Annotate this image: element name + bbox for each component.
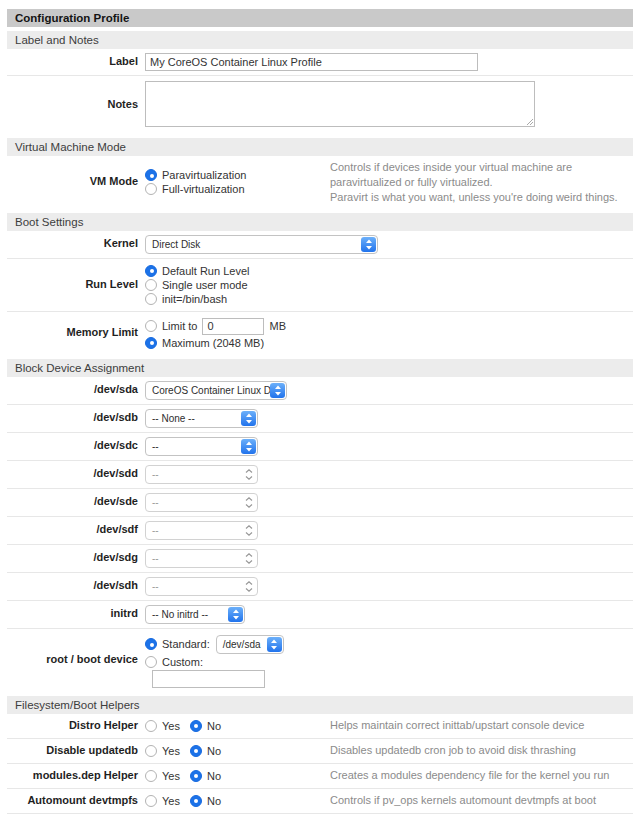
select-stepper-icon	[241, 411, 256, 426]
select-stepper-icon	[241, 579, 256, 594]
vm-mode-row: VM Mode Paravirtualization Full-virtuali…	[7, 156, 633, 209]
label-row: Label	[7, 49, 633, 75]
device-row-sdf: /dev/sdf --	[7, 516, 633, 544]
section-label-and-notes: Label and Notes	[7, 31, 633, 49]
root-boot-device-label: root / boot device	[7, 653, 145, 667]
memory-limit-label: Memory Limit	[7, 326, 145, 340]
run-level-default-radio[interactable]	[145, 265, 157, 277]
device-sde-select[interactable]: --	[145, 493, 258, 512]
modules-dep-helper-label: modules.dep Helper	[7, 769, 145, 783]
automount-devtmpfs-yes-radio[interactable]	[145, 795, 157, 807]
modules-dep-no-radio[interactable]	[190, 770, 202, 782]
vm-mode-paravirtualization-radio[interactable]	[145, 169, 157, 181]
automount-devtmpfs-yes-label[interactable]: Yes	[162, 795, 180, 807]
kernel-label: Kernel	[7, 237, 145, 251]
vm-mode-full-virtualization-radio[interactable]	[145, 183, 157, 195]
run-level-single-user-option-label[interactable]: Single user mode	[162, 279, 248, 291]
automount-devtmpfs-no-label[interactable]: No	[207, 795, 221, 807]
automount-devtmpfs-no-radio[interactable]	[190, 795, 202, 807]
distro-helper-yes-radio[interactable]	[145, 720, 157, 732]
device-row-sdg: /dev/sdg --	[7, 544, 633, 572]
select-stepper-icon	[361, 237, 376, 252]
memory-limit-to-option-label[interactable]: Limit to	[162, 320, 197, 332]
device-sdg-select[interactable]: --	[145, 549, 258, 568]
memory-maximum-radio[interactable]	[145, 337, 157, 349]
memory-limit-input[interactable]	[202, 318, 264, 335]
kernel-row: Kernel Direct Disk	[7, 231, 633, 258]
device-sdh-label: /dev/sdh	[7, 579, 145, 593]
select-stepper-icon	[241, 467, 256, 482]
device-sda-label: /dev/sda	[7, 383, 145, 397]
select-stepper-icon	[241, 551, 256, 566]
disable-updatedb-row: Disable updatedb Yes No Disables updated…	[7, 738, 633, 763]
distro-helper-label: Distro Helper	[7, 719, 145, 733]
device-sdf-select[interactable]: --	[145, 521, 258, 540]
device-row-sdc: /dev/sdc --	[7, 432, 633, 460]
device-sdd-label: /dev/sdd	[7, 467, 145, 481]
select-stepper-icon	[267, 637, 282, 652]
memory-limit-row: Memory Limit Limit to MB Maximum (2048 M…	[7, 311, 633, 355]
initrd-row: initrd -- No initrd --	[7, 600, 633, 628]
distro-helper-help-text: Helps maintain correct inittab/upstart c…	[330, 718, 633, 733]
label-input[interactable]	[145, 53, 478, 71]
device-sdc-select[interactable]: --	[145, 437, 258, 456]
auto-configure-networking-row: Auto-configure Networking Yes No Automat…	[7, 813, 633, 819]
run-level-row: Run Level Default Run Level Single user …	[7, 258, 633, 311]
automount-devtmpfs-help-text: Controls if pv_ops kernels automount dev…	[330, 793, 633, 808]
device-sdd-select[interactable]: --	[145, 465, 258, 484]
configuration-profile-page: Configuration Profile Label and Notes La…	[0, 0, 640, 819]
initrd-select[interactable]: -- No initrd --	[145, 605, 245, 624]
device-sdg-label: /dev/sdg	[7, 551, 145, 565]
section-block-device-assignment: Block Device Assignment	[7, 359, 633, 377]
automount-devtmpfs-label: Automount devtmpfs	[7, 794, 145, 808]
vm-mode-label: VM Mode	[7, 175, 145, 189]
vm-mode-paravirtualization-option-label[interactable]: Paravirtualization	[162, 169, 246, 181]
automount-devtmpfs-row: Automount devtmpfs Yes No Controls if pv…	[7, 788, 633, 813]
disable-updatedb-no-label[interactable]: No	[207, 745, 221, 757]
memory-limit-unit-label: MB	[269, 320, 286, 332]
device-sdb-label: /dev/sdb	[7, 411, 145, 425]
device-row-sda: /dev/sda CoreOS Container Linux Disk	[7, 377, 633, 404]
device-sdh-select[interactable]: --	[145, 577, 258, 596]
root-device-select[interactable]: /dev/sda	[216, 635, 284, 654]
vm-mode-full-virtualization-option-label[interactable]: Full-virtualization	[162, 183, 245, 195]
select-stepper-icon	[241, 523, 256, 538]
distro-helper-no-radio[interactable]	[190, 720, 202, 732]
run-level-init-bash-option-label[interactable]: init=/bin/bash	[162, 293, 227, 305]
device-row-sde: /dev/sde --	[7, 488, 633, 516]
modules-dep-yes-label[interactable]: Yes	[162, 770, 180, 782]
notes-row: Notes	[7, 75, 633, 134]
device-sda-select[interactable]: CoreOS Container Linux Disk	[145, 381, 287, 400]
device-row-sdh: /dev/sdh --	[7, 572, 633, 600]
modules-dep-helper-row: modules.dep Helper Yes No Creates a modu…	[7, 763, 633, 788]
section-filesystem-boot-helpers: Filesystem/Boot Helpers	[7, 696, 633, 714]
root-device-custom-input[interactable]	[152, 670, 265, 688]
root-device-standard-radio[interactable]	[145, 638, 157, 650]
root-device-standard-option-label[interactable]: Standard:	[162, 638, 210, 650]
root-device-custom-option-label[interactable]: Custom:	[162, 656, 203, 668]
run-level-init-bash-radio[interactable]	[145, 293, 157, 305]
disable-updatedb-no-radio[interactable]	[190, 745, 202, 757]
disable-updatedb-yes-radio[interactable]	[145, 745, 157, 757]
section-virtual-machine-mode: Virtual Machine Mode	[7, 138, 633, 156]
disable-updatedb-yes-label[interactable]: Yes	[162, 745, 180, 757]
label-field-label: Label	[7, 55, 145, 69]
run-level-default-option-label[interactable]: Default Run Level	[162, 265, 249, 277]
modules-dep-no-label[interactable]: No	[207, 770, 221, 782]
distro-helper-no-label[interactable]: No	[207, 720, 221, 732]
memory-maximum-option-label[interactable]: Maximum (2048 MB)	[162, 337, 264, 349]
run-level-single-user-radio[interactable]	[145, 279, 157, 291]
kernel-select[interactable]: Direct Disk	[145, 235, 378, 254]
vm-mode-help-text: Controls if devices inside your virtual …	[330, 160, 633, 205]
modules-dep-help-text: Creates a modules dependency file for th…	[330, 768, 633, 783]
select-stepper-icon	[241, 439, 256, 454]
memory-limit-to-radio[interactable]	[145, 320, 157, 332]
select-stepper-icon	[228, 607, 243, 622]
notes-textarea[interactable]	[145, 81, 535, 127]
device-sdf-label: /dev/sdf	[7, 523, 145, 537]
root-device-custom-radio[interactable]	[145, 656, 157, 668]
distro-helper-yes-label[interactable]: Yes	[162, 720, 180, 732]
modules-dep-yes-radio[interactable]	[145, 770, 157, 782]
resize-handle-icon[interactable]	[524, 116, 533, 125]
device-sdb-select[interactable]: -- None --	[145, 409, 258, 428]
